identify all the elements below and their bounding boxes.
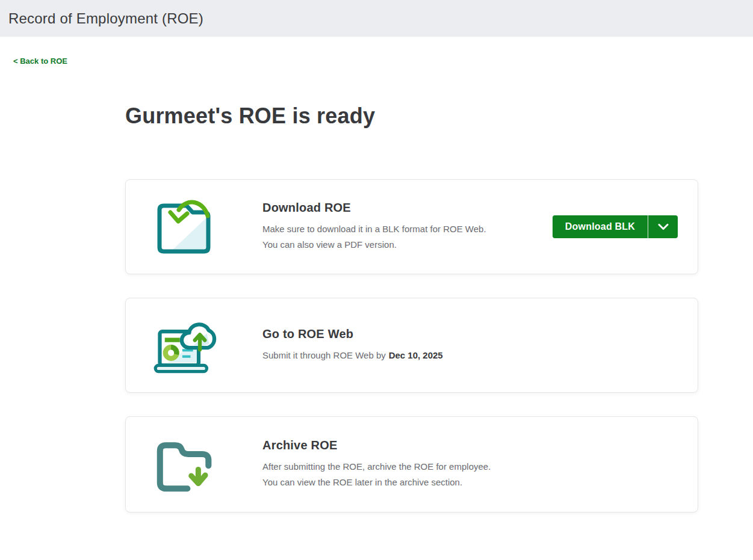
document-download-icon <box>150 193 217 260</box>
card-description-line1: Make sure to download it in a BLK format… <box>262 221 486 237</box>
folder-archive-icon <box>150 431 217 498</box>
card-description-line2: You can also view a PDF version. <box>262 237 486 253</box>
go-to-roe-web-card[interactable]: Go to ROE Web Submit it through ROE Web … <box>125 298 698 393</box>
due-date-prefix: Submit it through ROE Web by <box>262 350 386 360</box>
go-to-roe-web-text: Go to ROE Web Submit it through ROE Web … <box>262 327 443 363</box>
card-description-line1: After submitting the ROE, archive the RO… <box>262 459 491 475</box>
due-date: Dec 10, 2025 <box>389 350 443 360</box>
main-content: Gurmeet's ROE is ready Download ROE Make… <box>0 103 698 512</box>
page-title: Record of Employment (ROE) <box>8 10 203 27</box>
download-roe-card: Download ROE Make sure to download it in… <box>125 179 698 274</box>
download-blk-button[interactable]: Download BLK <box>553 215 648 238</box>
card-description-line1: Submit it through ROE Web byDec 10, 2025 <box>262 348 443 363</box>
download-options-chevron-button[interactable] <box>648 215 678 238</box>
action-cards: Download ROE Make sure to download it in… <box>125 179 698 512</box>
card-title: Archive ROE <box>262 438 491 452</box>
laptop-cloud-upload-icon <box>150 312 217 379</box>
back-to-roe-link[interactable]: < Back to ROE <box>13 57 67 66</box>
card-title: Go to ROE Web <box>262 327 443 341</box>
card-description-line2: You can view the ROE later in the archiv… <box>262 475 491 490</box>
page-heading: Gurmeet's ROE is ready <box>125 103 698 129</box>
archive-roe-text: Archive ROE After submitting the ROE, ar… <box>262 438 491 490</box>
card-title: Download ROE <box>262 201 486 215</box>
download-roe-text: Download ROE Make sure to download it in… <box>262 201 486 253</box>
page-header: Record of Employment (ROE) <box>0 0 753 37</box>
chevron-down-icon <box>658 223 669 230</box>
archive-roe-card[interactable]: Archive ROE After submitting the ROE, ar… <box>125 416 698 512</box>
download-blk-split-button: Download BLK <box>553 215 678 238</box>
